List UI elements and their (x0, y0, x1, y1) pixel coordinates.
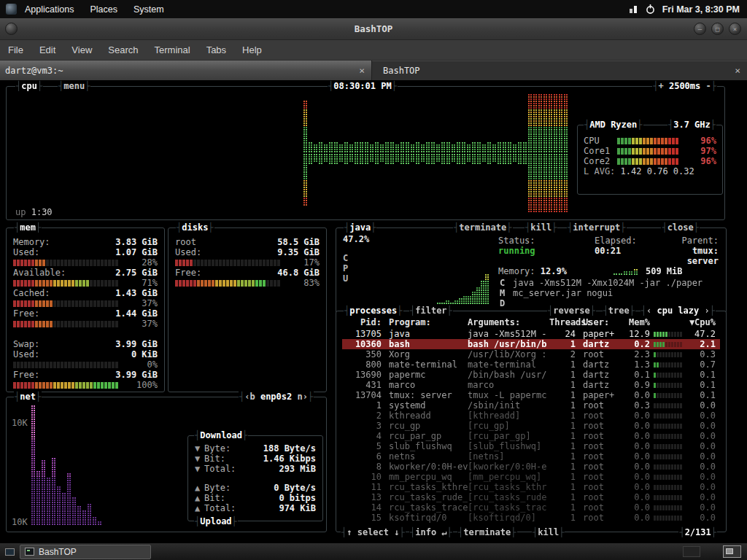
clock[interactable]: Fri Mar 3, 8:30 PM (662, 4, 740, 15)
meter-block (643, 138, 646, 144)
meter-block (266, 280, 269, 287)
col-threads[interactable]: Threads: (549, 317, 576, 327)
kill-button[interactable]: kill (525, 222, 557, 233)
mem-meter-row: 37% (7, 319, 164, 329)
task-button-bashtop[interactable]: BashTOP (20, 545, 151, 559)
reverse-button[interactable]: reverse (547, 306, 596, 316)
meter-block (237, 260, 240, 266)
process-row[interactable]: 10mm_percpu_wq[mm_percpu_wq]1root0.00.0 (342, 472, 720, 482)
update-interval-control: + 2500ms - (652, 81, 717, 91)
col-program[interactable]: Program: (389, 317, 468, 327)
process-row[interactable]: 431marcomarco1dartz0.90.1 (342, 380, 720, 390)
process-row[interactable]: 800mate-terminalmate-terminal1dartz1.30.… (342, 359, 720, 370)
meter-block (20, 362, 23, 368)
process-row[interactable]: 13rcu_tasks_rude_[rcu_tasks_rude1root0.0… (342, 492, 720, 502)
meter-block (643, 148, 646, 155)
process-row[interactable]: 2kthreadd[kthreadd]1root0.00.0 (342, 411, 720, 421)
process-row[interactable]: 3rcu_gp[rcu_gp]1root0.00.0 (342, 421, 720, 431)
mem-stat-row: Used:0 KiB (7, 349, 164, 359)
menu-file[interactable]: File (0, 40, 31, 60)
terminate-button[interactable]: terminate (453, 222, 513, 233)
process-row[interactable]: 8kworker/0:0H-ev[kworker/0:0H-e1root0.00… (342, 462, 720, 472)
power-icon[interactable] (645, 4, 656, 15)
close-detail-button[interactable]: close (661, 222, 700, 233)
meter-block (93, 382, 96, 389)
window-menu-button[interactable] (5, 23, 18, 35)
process-row[interactable]: 350Xorg/usr/lib/Xorg :2root2.30.3 (342, 349, 720, 359)
col-pid[interactable]: Pid: (342, 317, 382, 327)
col-user[interactable]: User: (583, 317, 624, 327)
menu-terminal[interactable]: Terminal (147, 40, 198, 60)
meter-block (628, 138, 631, 144)
select-buttons[interactable]: ↑ select ↓ (341, 527, 406, 537)
upload-stats: ▲Byte:0 Byte/s▲Bit:0 bitps▲Total:974 KiB (188, 483, 322, 513)
interval-decrease-button[interactable]: - (706, 81, 711, 91)
meter-block (93, 280, 96, 287)
process-row[interactable]: 10360bashbash /usr/bin/b1dartz0.22.1 (342, 339, 720, 349)
meter-block (197, 280, 200, 287)
info-button[interactable]: info ↵ (409, 527, 453, 537)
disks-box: disks root58.5 GiBUsed:9.35 GiB17%Free:4… (168, 228, 327, 392)
maximize-button[interactable]: □ (711, 23, 724, 35)
process-row[interactable]: 15ksoftirqd/0[ksoftirqd/0]1root0.00.0 (342, 513, 720, 523)
menu-help[interactable]: Help (234, 40, 270, 60)
show-desktop-button[interactable] (1, 544, 18, 559)
process-row[interactable]: 1systemd/sbin/init1root0.30.0 (342, 400, 720, 411)
meter-block (50, 362, 53, 368)
sort-field: cpu lazy (657, 306, 700, 316)
process-row[interactable]: 13690papermc/bin/bash /usr/1dartz0.10.1 (342, 370, 720, 380)
meter-block (75, 260, 78, 266)
menu-search[interactable]: Search (100, 40, 146, 60)
close-button[interactable]: × (729, 23, 741, 35)
process-row[interactable]: 11rcu_tasks_kthre[rcu_tasks_kthr1root0.0… (342, 482, 720, 492)
interface-next-button[interactable]: n› (298, 392, 308, 402)
process-row[interactable]: 13704tmux: servertmux -L papermc1paper+0… (342, 390, 720, 400)
process-row[interactable]: 4rcu_par_gp[rcu_par_gp]1root0.00.0 (342, 431, 720, 441)
kill-button-footer[interactable]: kill (532, 527, 565, 537)
axis-letter: P (343, 263, 348, 273)
meter-block (190, 280, 193, 287)
col-arguments[interactable]: Arguments: (468, 317, 549, 327)
menu-button[interactable]: menu (58, 81, 90, 91)
menu-view[interactable]: View (63, 40, 100, 60)
meter-block (621, 148, 624, 155)
meter-block (244, 260, 247, 266)
process-row[interactable]: 5slub_flushwq[slub_flushwq]1root0.00.0 (342, 441, 720, 451)
tab-bashtop[interactable]: BashTOP × (372, 61, 747, 80)
col-cpu[interactable]: ▼Cpu% (684, 317, 716, 327)
meter-block (661, 138, 664, 144)
interval-increase-button[interactable]: + (658, 81, 663, 91)
process-row[interactable]: 13705javajava -Xms512M -24paper+12.947.2 (342, 329, 720, 339)
meter-block (201, 280, 204, 287)
process-row[interactable]: 14rcu_tasks_trace[rcu_tasks_trac1root0.0… (342, 502, 720, 513)
network-stats-box: Download Upload ▼Byte:188 Byte/s▼Bit:1.4… (187, 435, 323, 521)
meter-block (628, 148, 631, 155)
panel-menu-applications[interactable]: Applications (17, 0, 82, 18)
sort-prev-button[interactable]: ‹ (646, 306, 651, 316)
meter-block (53, 300, 56, 307)
tab-close-icon[interactable]: × (352, 66, 371, 76)
interrupt-button[interactable]: interrupt (567, 222, 627, 233)
network-icon[interactable] (629, 4, 638, 14)
tab-shell[interactable]: dartz@vm3:~ × (0, 61, 372, 80)
filter-button[interactable]: filter (409, 306, 453, 316)
col-mem[interactable]: Mem% (624, 317, 650, 327)
tab-close-icon[interactable]: × (728, 66, 747, 76)
meter-block (215, 260, 218, 266)
tree-button[interactable]: tree (603, 306, 635, 316)
panel-menu-places[interactable]: Places (82, 0, 125, 18)
meter-block (50, 300, 53, 307)
minimize-button[interactable]: – (694, 23, 706, 35)
terminate-button-footer[interactable]: terminate (457, 527, 517, 537)
menu-tabs[interactable]: Tabs (198, 40, 234, 60)
sort-next-button[interactable]: › (705, 306, 710, 316)
meter-block (672, 148, 675, 155)
meter-block (115, 260, 118, 266)
menu-edit[interactable]: Edit (31, 40, 63, 60)
interface-prev-button[interactable]: ‹b (244, 392, 255, 402)
workspace-2[interactable] (683, 546, 700, 557)
process-row[interactable]: 6netns[netns]1root0.00.0 (342, 451, 720, 462)
workspace-switcher[interactable] (723, 545, 741, 558)
panel-menu-system[interactable]: System (125, 0, 172, 18)
meter-block (193, 280, 196, 287)
